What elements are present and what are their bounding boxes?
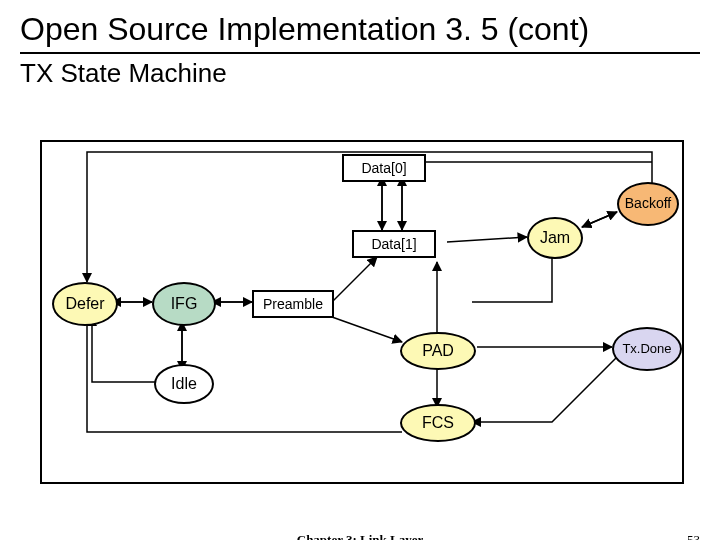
svg-line-17 — [332, 317, 402, 342]
slide-subtitle: TX State Machine — [0, 54, 720, 89]
label-ifg: IFG — [171, 295, 198, 313]
node-txdone: Tx.Done — [612, 327, 682, 371]
label-fcs: FCS — [422, 414, 454, 432]
node-fcs: FCS — [400, 404, 476, 442]
svg-line-4 — [332, 257, 377, 302]
label-data0: Data[0] — [361, 160, 406, 176]
state-diagram: Data[0] Data[1] Backoff Jam Defer IFG Pr… — [40, 140, 684, 484]
label-idle: Idle — [171, 375, 197, 393]
node-defer: Defer — [52, 282, 118, 326]
node-data0: Data[0] — [342, 154, 426, 182]
svg-line-11 — [447, 237, 527, 242]
footer-chapter: Chapter 3: Link Layer — [297, 532, 424, 540]
node-ifg: IFG — [152, 282, 216, 326]
node-pad: PAD — [400, 332, 476, 370]
footer-page-number: 53 — [687, 532, 700, 540]
label-txdone: Tx.Done — [622, 342, 671, 356]
node-idle: Idle — [154, 364, 214, 404]
slide-title: Open Source Implementation 3. 5 (cont) — [0, 0, 720, 48]
label-backoff: Backoff — [625, 196, 671, 211]
node-jam: Jam — [527, 217, 583, 259]
label-pad: PAD — [422, 342, 454, 360]
node-preamble: Preamble — [252, 290, 334, 318]
svg-line-13 — [582, 212, 617, 227]
node-backoff: Backoff — [617, 182, 679, 226]
label-data1: Data[1] — [371, 236, 416, 252]
label-jam: Jam — [540, 229, 570, 247]
node-data1: Data[1] — [352, 230, 436, 258]
label-preamble: Preamble — [263, 296, 323, 312]
label-defer: Defer — [65, 295, 104, 313]
svg-line-12 — [582, 212, 617, 227]
